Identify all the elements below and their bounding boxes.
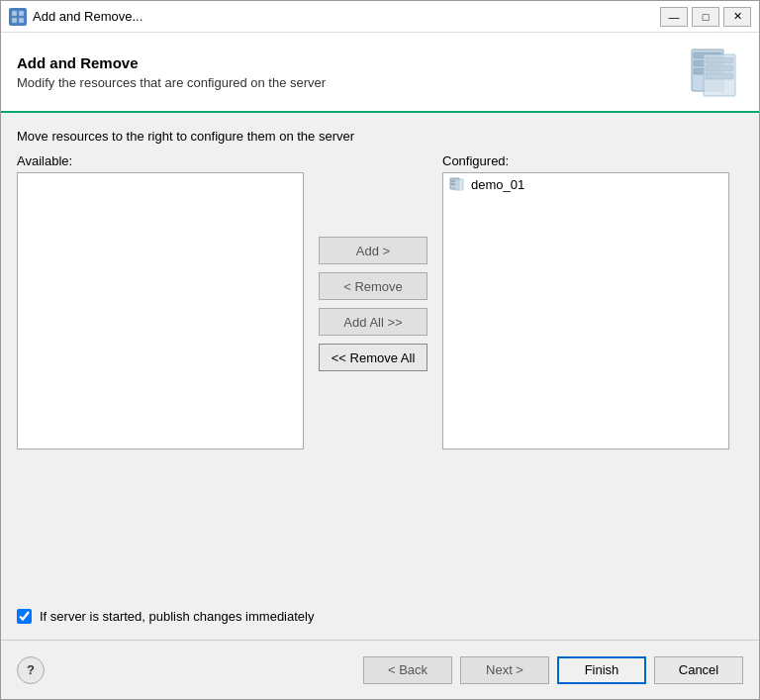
checkbox-row: If server is started, publish changes im… xyxy=(17,609,743,624)
add-all-button[interactable]: Add All >> xyxy=(319,308,428,336)
help-button[interactable]: ? xyxy=(17,656,45,684)
header-section: Add and Remove Modify the resources that… xyxy=(1,33,759,113)
window-icon xyxy=(9,8,27,26)
finish-button[interactable]: Finish xyxy=(557,656,646,684)
maximize-button[interactable]: □ xyxy=(692,7,719,27)
configured-section: Configured: demo_01 xyxy=(442,153,729,450)
header-subtitle: Modify the resources that are configured… xyxy=(17,75,684,90)
svg-rect-2 xyxy=(12,18,17,23)
svg-rect-1 xyxy=(19,11,24,16)
remove-button[interactable]: < Remove xyxy=(319,272,428,300)
footer-buttons: < Back Next > Finish Cancel xyxy=(363,656,743,684)
svg-rect-17 xyxy=(454,179,463,190)
publish-checkbox-label[interactable]: If server is started, publish changes im… xyxy=(40,609,314,624)
svg-rect-13 xyxy=(706,73,733,79)
title-bar: Add and Remove... — □ ✕ xyxy=(1,1,759,33)
columns-wrapper: Available: Add > < Remove Add All >> << … xyxy=(17,153,743,595)
minimize-button[interactable]: — xyxy=(660,7,688,27)
available-section: Available: xyxy=(17,153,304,450)
instruction-text: Move resources to the right to configure… xyxy=(17,129,743,144)
footer-section: ? < Back Next > Finish Cancel xyxy=(1,640,759,699)
available-label: Available: xyxy=(17,153,304,168)
cancel-button[interactable]: Cancel xyxy=(654,656,743,684)
remove-all-button[interactable]: << Remove All xyxy=(319,344,428,371)
svg-rect-11 xyxy=(706,57,733,63)
add-button[interactable]: Add > xyxy=(319,237,428,264)
close-button[interactable]: ✕ xyxy=(723,7,751,27)
svg-rect-3 xyxy=(19,18,24,23)
publish-checkbox[interactable] xyxy=(17,609,32,624)
available-list[interactable] xyxy=(17,172,304,450)
header-title: Add and Remove xyxy=(17,54,684,71)
next-button[interactable]: Next > xyxy=(460,656,549,684)
main-window: Add and Remove... — □ ✕ Add and Remove M… xyxy=(0,0,760,700)
svg-rect-12 xyxy=(706,65,733,71)
window-controls: — □ ✕ xyxy=(660,7,751,27)
configured-label: Configured: xyxy=(442,153,729,168)
list-item[interactable]: demo_01 xyxy=(443,173,728,195)
configured-list[interactable]: demo_01 xyxy=(442,172,729,450)
header-text: Add and Remove Modify the resources that… xyxy=(17,54,684,90)
middle-buttons: Add > < Remove Add All >> << Remove All xyxy=(304,153,442,431)
svg-rect-0 xyxy=(12,11,17,16)
content-area: Move resources to the right to configure… xyxy=(1,113,759,640)
back-button[interactable]: < Back xyxy=(363,656,452,684)
server-icon xyxy=(684,45,743,99)
window-title: Add and Remove... xyxy=(33,9,660,24)
